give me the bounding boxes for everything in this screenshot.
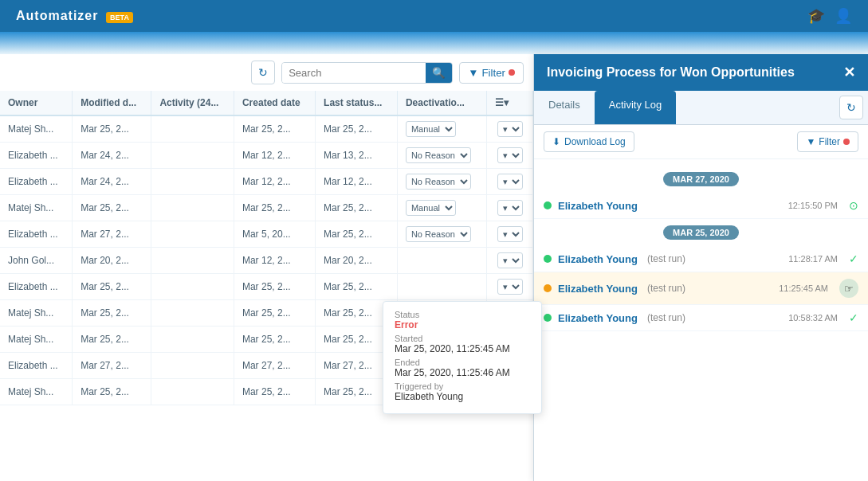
cell-created: Mar 25, 2...: [234, 115, 315, 143]
table-row: Elizabeth ... Mar 25, 2... Mar 25, 2... …: [0, 274, 533, 300]
filter-button[interactable]: ▼ Filter: [459, 62, 524, 84]
row-action-select[interactable]: ▾: [497, 226, 523, 242]
date-separator-1: MAR 27, 2020: [534, 172, 868, 186]
cell-activity: [151, 195, 234, 221]
cell-created: Mar 25, 2...: [234, 327, 315, 353]
check-icon-3: ✓: [849, 311, 858, 324]
cell-activity: [151, 379, 234, 405]
table-row: John Gol... Mar 20, 2... Mar 12, 2... Ma…: [0, 248, 533, 274]
search-input[interactable]: [282, 63, 426, 83]
table-row: Elizabeth ... Mar 27, 2... Mar 5, 20... …: [0, 221, 533, 248]
cell-last-status: Mar 25, 2...: [316, 274, 398, 300]
cell-owner: Elizabeth ...: [0, 274, 73, 300]
deactivation-select[interactable]: No Reason: [406, 147, 471, 163]
cell-activity: [151, 143, 234, 169]
date-separator-2: MAR 25, 2020: [534, 225, 868, 240]
cell-modified: Mar 25, 2...: [73, 327, 151, 353]
cell-owner: Elizabeth ...: [0, 353, 73, 379]
cell-last-status: Mar 13, 2...: [316, 143, 398, 169]
cell-created: Mar 12, 2...: [234, 169, 315, 195]
cell-created: Mar 25, 2...: [234, 195, 315, 221]
cell-actions[interactable]: ▾: [487, 143, 533, 169]
deactivation-select[interactable]: No Reason: [406, 226, 471, 242]
cell-deactivation: No Reason: [397, 143, 486, 169]
row-action-select[interactable]: ▾: [497, 174, 523, 190]
table-row: Elizabeth ... Mar 24, 2... Mar 12, 2... …: [0, 169, 533, 195]
row-action-select[interactable]: ▾: [497, 279, 523, 295]
cell-created: Mar 25, 2...: [234, 274, 315, 300]
cell-last-status: Mar 25, 2...: [316, 195, 398, 221]
cell-owner: Matej Sh...: [0, 195, 73, 221]
cell-owner: John Gol...: [0, 248, 73, 274]
deactivation-select[interactable]: Manual: [406, 200, 456, 216]
cell-deactivation: [397, 274, 486, 300]
table-area: ↻ 🔍 ▼ Filter Owner Modified d... Activit…: [0, 54, 533, 481]
cell-activity: [151, 300, 234, 327]
panel-filter-icon: ▼: [806, 136, 815, 147]
tab-activity-log[interactable]: Activity Log: [595, 91, 676, 124]
panel-close-button[interactable]: ✕: [843, 65, 855, 80]
tooltip-popup: Status Error Started Mar 25, 2020, 11:25…: [383, 301, 542, 414]
log-dot-2: [544, 284, 552, 292]
panel-refresh-button[interactable]: ↻: [839, 96, 863, 119]
col-activity: Activity (24...: [151, 91, 234, 115]
cell-modified: Mar 25, 2...: [73, 115, 151, 143]
cell-created: Mar 25, 2...: [234, 379, 315, 405]
download-log-button[interactable]: ⬇ Download Log: [544, 131, 634, 152]
row-action-select[interactable]: ▾: [497, 147, 523, 163]
cell-activity: [151, 169, 234, 195]
cell-owner: Matej Sh...: [0, 327, 73, 353]
cell-owner: Elizabeth ...: [0, 221, 73, 248]
panel-title: Invoicing Process for Won Opportunities: [547, 65, 795, 80]
cell-activity: [151, 353, 234, 379]
check-icon-0: ⊙: [849, 199, 858, 212]
row-action-select[interactable]: ▾: [497, 252, 523, 268]
cell-created: Mar 5, 20...: [234, 221, 315, 248]
cell-actions[interactable]: ▾: [487, 115, 533, 143]
cell-deactivation: [397, 248, 486, 274]
app-title: Automatizer BETA: [16, 9, 133, 23]
log-entry-3[interactable]: Elizabeth Young (test run) 10:58:32 AM ✓: [534, 305, 868, 331]
graduation-icon[interactable]: 🎓: [807, 7, 825, 25]
user-icon[interactable]: 👤: [835, 7, 852, 25]
tooltip-started-row: Started Mar 25, 2020, 11:25:45 AM: [395, 334, 530, 354]
cell-modified: Mar 25, 2...: [73, 379, 151, 405]
col-modified: Modified d...: [73, 91, 151, 115]
sub-nav: [0, 32, 868, 54]
deactivation-select[interactable]: No Reason: [406, 174, 471, 190]
cell-actions[interactable]: ▾: [487, 248, 533, 274]
top-nav: Automatizer BETA 🎓 👤: [0, 0, 868, 32]
cell-actions[interactable]: ▾: [487, 195, 533, 221]
cell-deactivation: No Reason: [397, 221, 486, 248]
activity-log: MAR 27, 2020 Elizabeth Young 12:15:50 PM…: [534, 159, 868, 481]
log-entry-0[interactable]: Elizabeth Young 12:15:50 PM ⊙: [534, 193, 868, 219]
cell-modified: Mar 24, 2...: [73, 143, 151, 169]
cell-activity: [151, 221, 234, 248]
log-entry-1[interactable]: Elizabeth Young (test run) 11:28:17 AM ✓: [534, 246, 868, 272]
search-button[interactable]: 🔍: [426, 63, 452, 83]
download-icon: ⬇: [552, 136, 560, 147]
cell-deactivation: No Reason: [397, 169, 486, 195]
tab-details[interactable]: Details: [534, 91, 595, 124]
cell-modified: Mar 24, 2...: [73, 169, 151, 195]
refresh-button[interactable]: ↻: [251, 61, 275, 84]
col-owner: Owner: [0, 91, 73, 115]
panel-toolbar: ⬇ Download Log ▼ Filter: [534, 125, 868, 159]
log-entry-2[interactable]: Elizabeth Young (test run) 11:25:45 AM ☞: [534, 272, 868, 305]
search-wrap: 🔍: [281, 62, 453, 84]
deactivation-select[interactable]: Manual: [406, 121, 456, 137]
cell-modified: Mar 27, 2...: [73, 353, 151, 379]
table-row: Elizabeth ... Mar 24, 2... Mar 12, 2... …: [0, 143, 533, 169]
row-action-select[interactable]: ▾: [497, 121, 523, 137]
row-action-select[interactable]: ▾: [497, 200, 523, 216]
log-dot-0: [544, 201, 552, 209]
cell-created: Mar 12, 2...: [234, 248, 315, 274]
tooltip-status-row: Status Error: [395, 310, 530, 330]
panel-header: Invoicing Process for Won Opportunities …: [534, 54, 868, 91]
panel-filter-button[interactable]: ▼ Filter: [797, 131, 858, 152]
tooltip-ended-row: Ended Mar 25, 2020, 11:25:46 AM: [395, 358, 530, 378]
cell-actions[interactable]: ▾: [487, 169, 533, 195]
cell-actions[interactable]: ▾: [487, 274, 533, 300]
cell-actions[interactable]: ▾: [487, 221, 533, 248]
beta-badge: BETA: [106, 12, 133, 23]
